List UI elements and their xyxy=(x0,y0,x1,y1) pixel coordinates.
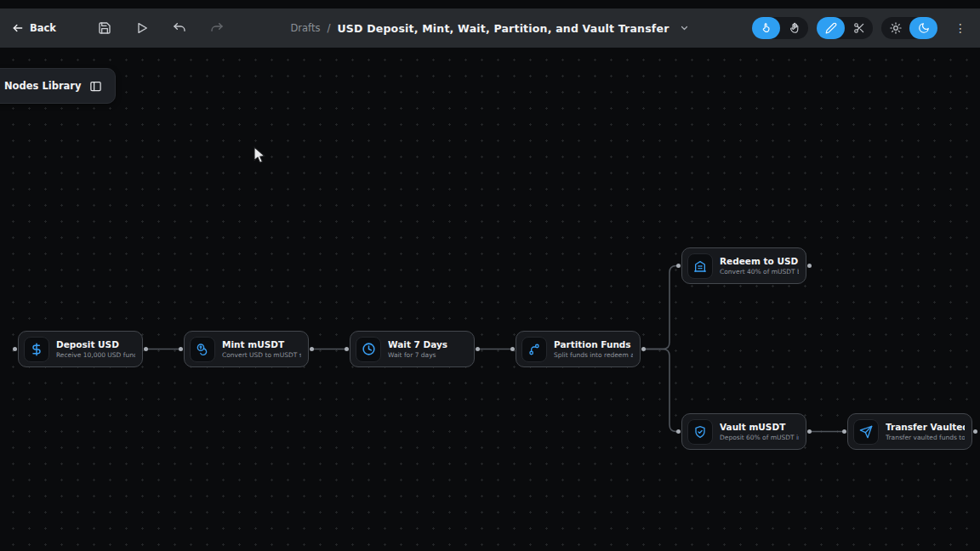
output-port[interactable] xyxy=(807,429,812,434)
moon-icon xyxy=(918,22,930,34)
input-port[interactable] xyxy=(676,429,681,434)
draw-mode-button[interactable] xyxy=(817,17,845,39)
redo-button[interactable] xyxy=(206,17,228,39)
node-subtitle: Convert USD to mUSDT stablec... xyxy=(222,351,301,359)
input-port[interactable] xyxy=(842,429,846,434)
node-mint-musdt[interactable]: Mint mUSDT Convert USD to mUSDT stablec.… xyxy=(184,331,309,367)
node-vault-musdt[interactable]: Vault mUSDT Deposit 60% of mUSDT into yi… xyxy=(681,413,806,450)
node-title: Deposit USD xyxy=(56,339,135,349)
output-port[interactable] xyxy=(310,347,314,351)
input-port[interactable] xyxy=(13,347,17,351)
back-label: Back xyxy=(30,22,56,34)
arrow-left-icon xyxy=(12,22,24,34)
node-subtitle: Receive 10,000 USD funding xyxy=(56,351,135,359)
input-port[interactable] xyxy=(179,347,183,351)
node-title: Wait 7 Days xyxy=(388,339,447,349)
undo-button[interactable] xyxy=(168,17,191,39)
undo-icon xyxy=(173,21,186,35)
input-port[interactable] xyxy=(676,264,681,268)
title-dropdown[interactable] xyxy=(680,23,690,33)
bank-icon xyxy=(687,253,713,279)
output-port[interactable] xyxy=(973,429,977,434)
output-port[interactable] xyxy=(144,347,148,351)
node-title: Vault mUSDT xyxy=(720,422,799,432)
nodes-library-button[interactable]: Nodes Library xyxy=(0,68,116,104)
node-subtitle: Convert 40% of mUSDT back to... xyxy=(720,268,799,276)
output-port[interactable] xyxy=(476,347,480,351)
node-deposit-usd[interactable]: Deposit USD Receive 10,000 USD funding xyxy=(18,331,143,367)
output-port[interactable] xyxy=(807,264,812,268)
pencil-icon xyxy=(825,22,837,34)
breadcrumb: Drafts / USD Deposit, Mint, Wait, Partit… xyxy=(290,22,689,35)
pan-mode-button[interactable] xyxy=(780,17,808,39)
hand-icon xyxy=(789,22,801,34)
dark-theme-button[interactable] xyxy=(909,17,937,39)
node-subtitle: Transfer vaulted funds to spec... xyxy=(886,434,965,441)
edit-mode-toggle xyxy=(817,17,873,39)
nodes-library-label: Nodes Library xyxy=(4,80,82,92)
dollar-icon xyxy=(24,337,49,362)
edge-partition-redeem xyxy=(643,266,679,349)
clock-icon xyxy=(356,337,381,362)
send-icon xyxy=(853,419,879,445)
select-mode-button[interactable] xyxy=(752,17,780,39)
kebab-icon: ⋮ xyxy=(954,21,966,35)
coins-icon xyxy=(190,337,215,362)
node-subtitle: Deposit 60% of mUSDT into yiel... xyxy=(720,434,799,441)
edge-layer xyxy=(0,0,980,551)
output-port[interactable] xyxy=(641,347,646,351)
node-subtitle: Split funds into redeem and va... xyxy=(554,351,633,359)
play-icon xyxy=(135,21,149,35)
node-partition-funds[interactable]: Partition Funds Split funds into redeem … xyxy=(516,331,641,367)
node-transfer-vaulted-funds[interactable]: Transfer Vaulted Fun... Transfer vaulted… xyxy=(847,413,972,450)
shield-check-icon xyxy=(687,419,713,445)
scissors-icon xyxy=(853,22,865,34)
node-title: Mint mUSDT xyxy=(222,339,301,349)
top-toolbar: Back Drafts / USD Deposit, Mint, Wait, P… xyxy=(0,9,980,48)
node-wait-7-days[interactable]: Wait 7 Days Wait for 7 days xyxy=(350,331,475,367)
save-icon xyxy=(98,21,111,35)
run-button[interactable] xyxy=(131,17,153,39)
panel-left-icon xyxy=(89,80,102,93)
breadcrumb-section[interactable]: Drafts xyxy=(290,22,320,34)
light-theme-button[interactable] xyxy=(881,17,909,39)
theme-toggle xyxy=(881,17,937,39)
node-redeem-to-usd[interactable]: Redeem to USD Convert 40% of mUSDT back … xyxy=(681,247,806,284)
page-title: USD Deposit, Mint, Wait, Partition, and … xyxy=(338,22,669,35)
edge-partition-vault xyxy=(643,349,679,432)
cursor-mode-toggle xyxy=(752,17,808,39)
node-title: Redeem to USD xyxy=(720,256,799,266)
more-menu-button[interactable]: ⋮ xyxy=(953,17,968,39)
input-port[interactable] xyxy=(345,347,349,351)
node-subtitle: Wait for 7 days xyxy=(388,351,447,359)
node-title: Transfer Vaulted Fun... xyxy=(886,422,965,432)
save-button[interactable] xyxy=(94,17,116,39)
cut-mode-button[interactable] xyxy=(845,17,873,39)
redo-icon xyxy=(210,21,224,35)
chevron-down-icon xyxy=(680,23,690,33)
mouse-cursor-icon xyxy=(253,146,268,165)
pointer-icon xyxy=(761,22,772,34)
breadcrumb-separator: / xyxy=(327,22,330,34)
back-button[interactable]: Back xyxy=(12,22,56,34)
node-title: Partition Funds xyxy=(554,339,633,349)
split-icon xyxy=(521,337,547,362)
sun-icon xyxy=(890,22,902,34)
input-port[interactable] xyxy=(510,347,515,351)
